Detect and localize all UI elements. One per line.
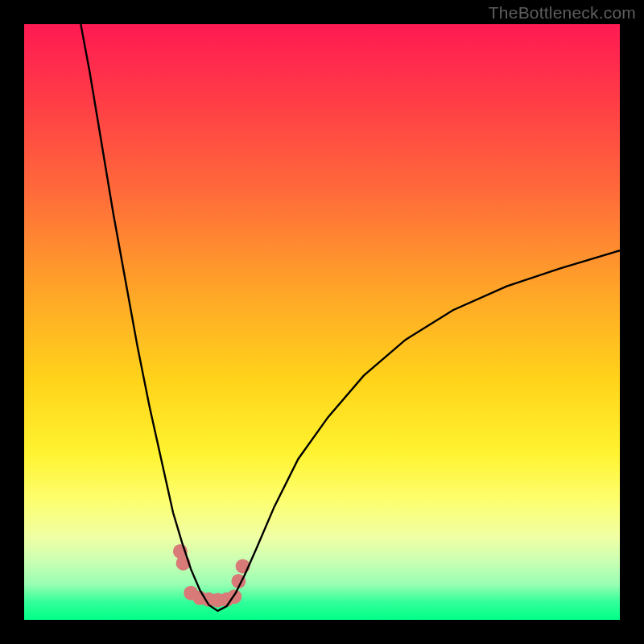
dots-group <box>173 544 250 608</box>
watermark-text: TheBottleneck.com <box>489 3 636 23</box>
chart-plot-area <box>24 24 620 620</box>
bottleneck-curve <box>80 24 620 611</box>
chart-svg <box>24 24 620 620</box>
chart-frame: TheBottleneck.com <box>0 0 644 644</box>
